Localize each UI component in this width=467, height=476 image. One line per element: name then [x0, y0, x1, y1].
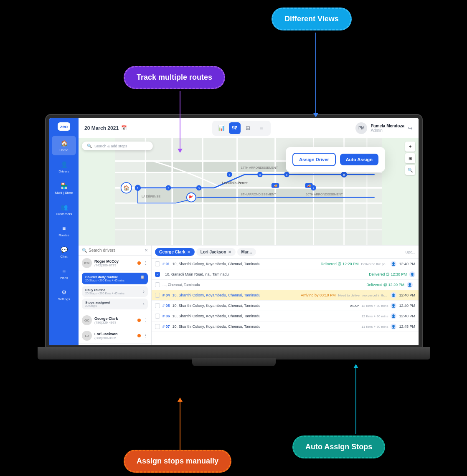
track-routes-bubble: Track multiple routes [124, 66, 225, 89]
routine-daily-title: Daily routine [85, 288, 124, 292]
stop-checkbox-7[interactable] [155, 324, 160, 329]
sidebar-item-routes[interactable]: ≡ Routes [52, 221, 76, 241]
sidebar-drivers-label: Drivers [58, 170, 69, 173]
stop-status-1: Delivered @ 12:20 PM [321, 262, 359, 266]
driver-more-icon-george[interactable]: ⋮ [143, 318, 148, 323]
driver-item-mary[interactable]: MM Mary Ann Meyer (386)609-8349 ⋮ [79, 344, 151, 345]
search-drivers-input[interactable] [89, 248, 143, 253]
stop-item-6: # 06 10, Shanthi Colony, Koyambedu, Chen… [152, 311, 419, 322]
driver-name-lori: Lori Jackson [94, 332, 135, 336]
sidebar-item-customers[interactable]: 👥 Customers [52, 200, 76, 219]
routine-stops[interactable]: Stops assigned 20 Stops › [82, 299, 148, 309]
routine-courier-title: Courier daily routine [85, 275, 118, 279]
driver-item-lori[interactable]: LJ Lori Jackson (386)260-8985 ⋮ [79, 328, 151, 344]
stop-assign-icon-2[interactable]: 👤 [409, 271, 415, 277]
stop-num-6: # 06 [162, 314, 170, 318]
stop-assign-icon-6[interactable]: 👤 [391, 313, 396, 319]
route-tab-lori-close[interactable]: ✕ [228, 250, 231, 254]
stop-assign-icon-1[interactable]: 👤 [391, 261, 396, 267]
grid-view-btn[interactable]: ⊞ [242, 122, 254, 134]
routine-daily[interactable]: Daily routine 20 Stops • 200 Kms + 45 mi… [82, 286, 148, 297]
settings-icon: ⚙ [60, 288, 68, 296]
driver-phone-george: (786)329-4978 [94, 321, 135, 324]
sidebar-item-drivers[interactable]: 👤 Drivers [52, 157, 76, 177]
sidebar-item-plans[interactable]: ≡ Plans [52, 263, 76, 283]
svg-text:7: 7 [313, 187, 315, 190]
stop-time-5: 12:40 PM [399, 304, 415, 308]
svg-text:8TH ARRONDISSEMENT: 8TH ARRONDISSEMENT [241, 192, 277, 196]
stop-checkbox-2[interactable]: ✓ [155, 272, 160, 277]
driver-item-george[interactable]: GC George Clark (786)329-4978 ⋮ [79, 313, 151, 328]
stop-time-6: 12:40 PM [399, 314, 415, 318]
stop-checkbox-4[interactable] [155, 293, 160, 298]
stop-status-4: Arriving by 03:10 PM [301, 293, 336, 297]
map-view-btn[interactable]: 🗺 [229, 122, 241, 134]
stop-time-1: 12:40 PM [399, 262, 415, 266]
stop-checkbox-6[interactable] [155, 314, 160, 319]
svg-text:🚚: 🚚 [307, 184, 311, 187]
stop-note-1: Delivered the pa... [361, 262, 388, 266]
driver-more-icon[interactable]: ⋮ [143, 261, 148, 266]
stop-dist-6: 12 Kms + 30 mins [361, 314, 388, 318]
sidebar-item-home[interactable]: 🏠 Home [52, 136, 76, 155]
assign-popup: Assign Driver Auto Assign [286, 147, 385, 172]
svg-rect-21 [203, 189, 236, 203]
search-icon: 🔍 [87, 144, 92, 148]
zoom-in-btn[interactable]: + [405, 142, 415, 152]
sidebar-item-multistop[interactable]: 🏪 Multi | Store [52, 178, 76, 198]
stop-assign-icon-3[interactable]: 👤 [407, 282, 413, 288]
stop-assign-icon-4[interactable]: 👤 [391, 292, 396, 298]
stop-assign-icon-5[interactable]: 👤 [391, 303, 396, 309]
sidebar-multistop-label: Multi | Store [55, 191, 73, 195]
svg-text:8: 8 [343, 173, 345, 176]
svg-text:6: 6 [286, 173, 288, 176]
stop-assign-icon-7[interactable]: 👤 [391, 324, 396, 329]
routine-courier[interactable]: Courier daily routine 📋 20 Stops • 200 K… [82, 273, 148, 284]
home-icon: 🏠 [60, 139, 68, 147]
stop-item-2: ✓ 10, Gansoli Main Road, nai, Taminadu D… [152, 269, 419, 280]
stop-dist-7: 11 Kms + 30 mins [361, 325, 388, 329]
route-tab-george[interactable]: George Clark ✕ [155, 248, 195, 256]
route-tab-lori-label: Lori Jackson [201, 250, 226, 254]
search-clear-icon[interactable]: ✕ [145, 248, 148, 253]
chat-icon: 💬 [60, 246, 68, 254]
driver-status-roger [137, 261, 141, 265]
auto-assign-button[interactable]: Auto Assign [340, 154, 378, 165]
calendar-icon[interactable]: 📅 [121, 125, 127, 131]
stop-num-1: # 01 [162, 262, 170, 266]
sidebar-item-settings[interactable]: ⚙ Settings [52, 285, 76, 304]
stop-checkbox-1[interactable] [155, 261, 160, 266]
zoom-out-btn[interactable]: 🔍 [405, 165, 415, 175]
assign-manually-bubble: Assign stops manually [124, 450, 231, 473]
driver-avatar-lori: LJ [82, 331, 92, 341]
map-search-bar[interactable]: 🔍 Search & add stops [82, 142, 153, 150]
route-tab-lori[interactable]: Lori Jackson ✕ [196, 248, 236, 256]
driver-item-roger[interactable]: RM Roger McCoy (742)309-8779 ⋮ [79, 256, 151, 271]
bottom-panel: 🔍 ✕ RM Roger McCoy (742)309-8779 [79, 245, 419, 345]
svg-text:🏠: 🏠 [123, 185, 129, 191]
stop-item-4: # 04 10, Shanthi Colony, Koyambedu, Chen… [152, 290, 419, 301]
auto-assign-arrow [355, 367, 356, 434]
svg-text:Levallois-Perret: Levallois-Perret [222, 181, 248, 185]
multistop-icon: 🏪 [60, 182, 68, 190]
stop-checkbox-3[interactable]: - [155, 282, 160, 287]
assign-driver-button[interactable]: Assign Driver [292, 153, 336, 166]
stop-address-1: 10, Shanthi Colony, Koyambedu, Chennai, … [173, 262, 318, 266]
route-tab-mar[interactable]: Mar... [237, 248, 256, 256]
stop-checkbox-5[interactable] [155, 303, 160, 308]
chart-view-btn[interactable]: 📊 [216, 122, 227, 134]
list-view-btn[interactable]: ≡ [256, 122, 267, 134]
svg-text:🚩: 🚩 [188, 195, 194, 200]
sidebar-item-chat[interactable]: 💬 Chat [52, 242, 76, 262]
track-routes-arrow [180, 91, 180, 149]
route-tab-george-close[interactable]: ✕ [187, 250, 190, 254]
layer-btn[interactable]: ⊞ [405, 153, 415, 163]
routine-daily-arrow: › [143, 289, 145, 294]
driver-routines-panel: Courier daily routine 📋 20 Stops • 200 K… [79, 271, 151, 313]
driver-status-george [137, 319, 141, 322]
logout-icon[interactable]: ↪ [408, 125, 413, 132]
stop-note-4: Need to deliver two parcel in the same p… [338, 294, 388, 297]
plans-icon: ≡ [60, 267, 68, 275]
driver-more-icon-lori[interactable]: ⋮ [143, 333, 148, 339]
app-container: zeo 🏠 Home 👤 Drivers 🏪 Multi | Store 👥 C… [49, 118, 419, 345]
